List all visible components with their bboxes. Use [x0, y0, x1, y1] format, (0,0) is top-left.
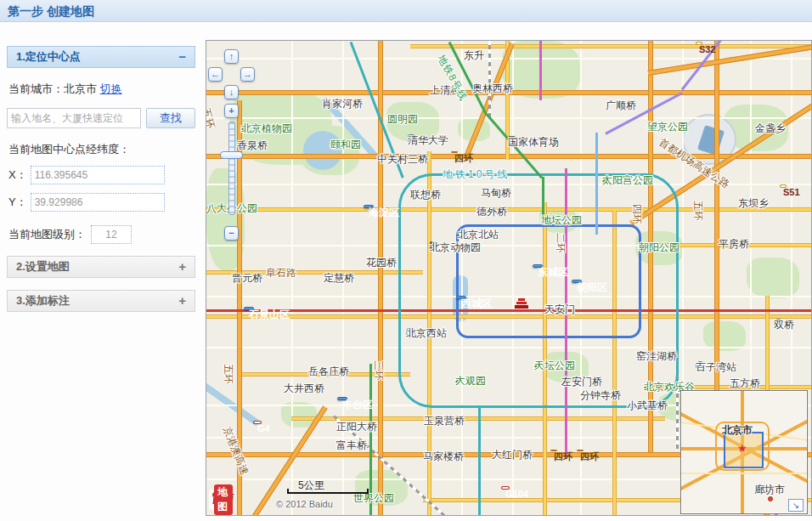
city-dot-icon: [768, 496, 773, 501]
minimap-toggle-button[interactable]: ↘: [788, 499, 804, 512]
x-label: X：: [8, 167, 27, 183]
district-badge: 东城区: [533, 264, 543, 268]
subway-line-4: [478, 408, 481, 515]
pan-left-button[interactable]: ←: [208, 67, 223, 82]
expressway: [648, 45, 812, 76]
scale-text: 5公里: [298, 479, 324, 493]
panel-add-marker-title: 3.添加标注: [16, 291, 70, 311]
switch-city-link[interactable]: 切换: [100, 82, 122, 95]
district-badge: 石景山区: [244, 307, 254, 310]
panel-add-marker-header[interactable]: 3.添加标注 +: [7, 290, 195, 312]
district-badge: 西城区: [456, 296, 466, 299]
zoom-slider-handle[interactable]: [220, 151, 243, 159]
panel-set-map-header[interactable]: 2.设置地图 +: [7, 256, 195, 278]
logo-product: 地图: [214, 484, 233, 515]
x-coordinate-row: X：: [8, 166, 195, 184]
star-marker-icon: ★: [737, 442, 747, 455]
ring-road-badge: 四环: [577, 450, 584, 451]
collapse-icon[interactable]: −: [178, 47, 186, 67]
y-coordinate-field[interactable]: [31, 193, 165, 212]
panel-set-map-title: 2.设置地图: [16, 257, 70, 277]
zoom-slider-track[interactable]: [228, 122, 235, 215]
map-level-row: 当前地图级别：: [8, 225, 195, 244]
expand-icon[interactable]: +: [178, 257, 186, 277]
current-city-row: 当前城市：北京市 切换: [8, 82, 195, 97]
g-highway-badge: G104: [502, 487, 509, 489]
minimap-road: [681, 473, 808, 474]
district-badge: 海淀区: [364, 205, 374, 208]
map-canvas[interactable]: 海淀区东城区朝阳区西城区石景山区丰台区♣北京植物园♣颐和园♣圆明园八大处公园♣望…: [206, 40, 812, 516]
map-level-field[interactable]: [91, 225, 132, 244]
baidu-logo: Bai du 地图: [209, 490, 233, 510]
ring-road-badge: 四环: [550, 450, 557, 451]
pan-right-button[interactable]: →: [240, 67, 255, 82]
subway-line-2: [456, 224, 641, 338]
pan-up-button[interactable]: ↑: [224, 49, 239, 64]
overview-minimap[interactable]: 北京市 ★ 廊坊市 ↘: [680, 390, 808, 514]
copyright-text: © 2012 Baidu: [276, 499, 333, 509]
s-highway-badge: S32: [696, 42, 702, 44]
x-coordinate-field[interactable]: [31, 166, 165, 184]
zoom-in-button[interactable]: +: [224, 104, 239, 118]
ring-road-badge: 四环: [451, 151, 458, 153]
map-road: [714, 41, 719, 406]
lake-area: [303, 131, 342, 170]
railway: [488, 41, 491, 117]
pan-down-button[interactable]: ↓: [224, 85, 239, 99]
panel-locate-center-header[interactable]: 1.定位中心点 −: [7, 46, 195, 68]
s-highway-badge: S51: [781, 185, 786, 187]
airport-express-line: [595, 133, 598, 235]
page-title: 第一步 创建地图: [0, 0, 812, 22]
zoom-out-button[interactable]: −: [224, 226, 239, 241]
y-coordinate-row: Y：: [8, 193, 195, 212]
minimap-nearby-city-label: 廊坊市: [754, 483, 785, 497]
current-city-label: 当前城市：: [8, 82, 64, 95]
subway-line-5: [539, 41, 542, 100]
search-button[interactable]: 查找: [146, 108, 195, 128]
latlng-label: 当前地图中心点经纬度：: [8, 142, 195, 157]
current-city-value: 北京市: [64, 82, 97, 95]
tiananmen-icon: [514, 298, 529, 309]
scale-bar: [287, 492, 369, 494]
minimap-city-label: 北京市: [722, 423, 753, 438]
sidebar: 1.定位中心点 − 当前城市：北京市 切换 查找 当前地图中心点经纬度： X： …: [7, 46, 195, 312]
expand-icon[interactable]: +: [178, 291, 186, 311]
search-row: 查找: [7, 108, 195, 128]
y-label: Y：: [8, 195, 27, 210]
map-level-label: 当前地图级别：: [8, 227, 86, 242]
district-badge: 丰台区: [337, 397, 347, 400]
river: [206, 380, 261, 427]
panel-locate-center-title: 1.定位中心点: [16, 47, 81, 67]
district-badge: 朝阳区: [572, 280, 582, 283]
search-input[interactable]: [7, 108, 141, 128]
map-road: [410, 44, 811, 48]
g-highway-badge: G4: [254, 422, 261, 423]
page: 第一步 创建地图 1.定位中心点 − 当前城市：北京市 切换 查找 当前地图中心…: [0, 0, 812, 521]
